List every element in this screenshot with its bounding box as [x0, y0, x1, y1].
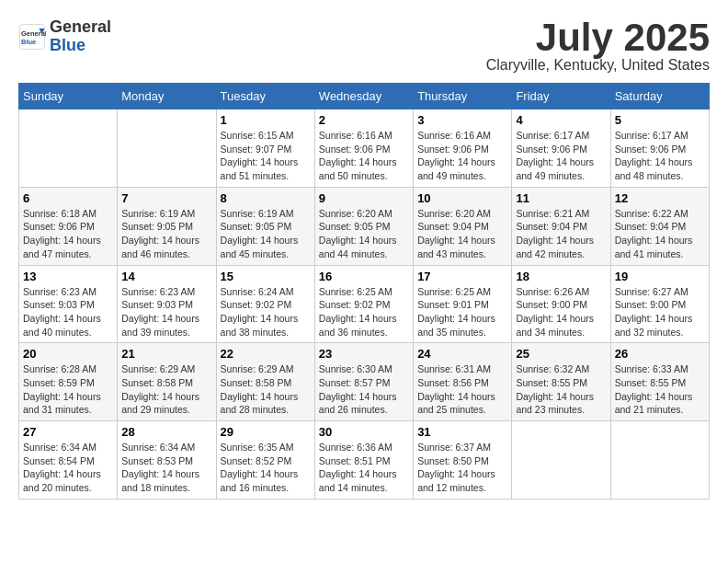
calendar-cell: 17Sunrise: 6:25 AMSunset: 9:01 PMDayligh… [414, 265, 512, 343]
day-number: 28 [121, 425, 211, 439]
cell-content: Sunrise: 6:31 AMSunset: 8:56 PMDaylight:… [417, 362, 507, 417]
cell-content: Sunrise: 6:34 AMSunset: 8:54 PMDaylight:… [23, 441, 113, 495]
calendar-cell: 28Sunrise: 6:34 AMSunset: 8:53 PMDayligh… [118, 421, 216, 500]
cell-content: Sunrise: 6:16 AMSunset: 9:06 PMDaylight:… [319, 129, 409, 183]
cell-content: Sunrise: 6:26 AMSunset: 9:00 PMDaylight:… [516, 285, 606, 339]
cell-content: Sunrise: 6:28 AMSunset: 8:59 PMDaylight:… [23, 362, 113, 417]
location: Claryville, Kentucky, United States [486, 57, 710, 74]
cell-content: Sunrise: 6:25 AMSunset: 9:01 PMDaylight:… [417, 285, 507, 339]
cell-content: Sunrise: 6:25 AMSunset: 9:02 PMDaylight:… [319, 285, 409, 339]
cell-content: Sunrise: 6:20 AMSunset: 9:04 PMDaylight:… [417, 207, 507, 261]
day-number: 16 [319, 270, 409, 283]
cell-content: Sunrise: 6:17 AMSunset: 9:06 PMDaylight:… [615, 129, 705, 183]
calendar-cell: 10Sunrise: 6:20 AMSunset: 9:04 PMDayligh… [414, 187, 512, 265]
logo: General Blue General Blue [18, 18, 111, 55]
day-number: 12 [615, 191, 705, 205]
cell-content: Sunrise: 6:18 AMSunset: 9:06 PMDaylight:… [23, 207, 113, 261]
calendar-day-header: Tuesday [216, 84, 314, 109]
day-number: 27 [23, 425, 113, 439]
cell-content: Sunrise: 6:19 AMSunset: 9:05 PMDaylight:… [121, 207, 211, 261]
day-number: 5 [615, 113, 705, 127]
calendar-cell: 20Sunrise: 6:28 AMSunset: 8:59 PMDayligh… [19, 343, 118, 421]
cell-content: Sunrise: 6:23 AMSunset: 9:03 PMDaylight:… [121, 285, 211, 339]
calendar-week-row: 6Sunrise: 6:18 AMSunset: 9:06 PMDaylight… [19, 187, 710, 265]
page-header: General Blue General Blue July 2025 Clar… [18, 18, 710, 74]
calendar-header-row: SundayMondayTuesdayWednesdayThursdayFrid… [19, 84, 710, 109]
cell-content: Sunrise: 6:24 AMSunset: 9:02 PMDaylight:… [221, 285, 311, 339]
logo-icon: General Blue [18, 23, 46, 51]
logo-blue-text: Blue [50, 37, 111, 55]
calendar-cell: 4Sunrise: 6:17 AMSunset: 9:06 PMDaylight… [512, 109, 610, 188]
cell-content: Sunrise: 6:35 AMSunset: 8:52 PMDaylight:… [221, 441, 311, 495]
cell-content: Sunrise: 6:37 AMSunset: 8:50 PMDaylight:… [417, 441, 507, 495]
calendar-day-header: Saturday [610, 84, 709, 109]
day-number: 9 [319, 191, 409, 205]
calendar-cell: 6Sunrise: 6:18 AMSunset: 9:06 PMDaylight… [19, 187, 118, 265]
day-number: 15 [221, 270, 311, 283]
day-number: 22 [221, 347, 311, 361]
calendar-cell: 14Sunrise: 6:23 AMSunset: 9:03 PMDayligh… [118, 265, 216, 343]
cell-content: Sunrise: 6:15 AMSunset: 9:07 PMDaylight:… [221, 129, 311, 183]
cell-content: Sunrise: 6:36 AMSunset: 8:51 PMDaylight:… [319, 441, 409, 495]
cell-content: Sunrise: 6:21 AMSunset: 9:04 PMDaylight:… [516, 207, 606, 261]
calendar-cell: 5Sunrise: 6:17 AMSunset: 9:06 PMDaylight… [610, 109, 709, 188]
calendar-cell: 22Sunrise: 6:29 AMSunset: 8:58 PMDayligh… [216, 343, 314, 421]
svg-text:Blue: Blue [21, 37, 36, 45]
cell-content: Sunrise: 6:32 AMSunset: 8:55 PMDaylight:… [516, 362, 606, 417]
cell-content: Sunrise: 6:20 AMSunset: 9:05 PMDaylight:… [319, 207, 409, 261]
calendar-cell: 24Sunrise: 6:31 AMSunset: 8:56 PMDayligh… [414, 343, 512, 421]
calendar-cell: 23Sunrise: 6:30 AMSunset: 8:57 PMDayligh… [314, 343, 413, 421]
cell-content: Sunrise: 6:29 AMSunset: 8:58 PMDaylight:… [121, 362, 211, 417]
calendar-cell [19, 109, 118, 188]
calendar-cell: 19Sunrise: 6:27 AMSunset: 9:00 PMDayligh… [610, 265, 709, 343]
calendar-cell: 13Sunrise: 6:23 AMSunset: 9:03 PMDayligh… [19, 265, 118, 343]
calendar-cell: 15Sunrise: 6:24 AMSunset: 9:02 PMDayligh… [216, 265, 314, 343]
day-number: 14 [121, 270, 211, 283]
day-number: 29 [221, 425, 311, 439]
calendar-cell [610, 421, 709, 500]
day-number: 17 [417, 270, 507, 283]
calendar-cell: 29Sunrise: 6:35 AMSunset: 8:52 PMDayligh… [216, 421, 314, 500]
day-number: 4 [516, 113, 606, 127]
day-number: 8 [221, 191, 311, 205]
calendar-day-header: Wednesday [314, 84, 413, 109]
day-number: 25 [516, 347, 606, 361]
calendar-week-row: 27Sunrise: 6:34 AMSunset: 8:54 PMDayligh… [19, 421, 710, 500]
calendar-cell: 2Sunrise: 6:16 AMSunset: 9:06 PMDaylight… [314, 109, 413, 188]
title-block: July 2025 Claryville, Kentucky, United S… [486, 18, 710, 74]
calendar-cell: 31Sunrise: 6:37 AMSunset: 8:50 PMDayligh… [414, 421, 512, 500]
logo-text: General Blue [50, 18, 111, 55]
calendar-day-header: Monday [118, 84, 216, 109]
day-number: 6 [23, 191, 113, 205]
cell-content: Sunrise: 6:33 AMSunset: 8:55 PMDaylight:… [615, 362, 705, 417]
cell-content: Sunrise: 6:22 AMSunset: 9:04 PMDaylight:… [615, 207, 705, 261]
calendar-day-header: Sunday [19, 84, 118, 109]
day-number: 11 [516, 191, 606, 205]
calendar-table: SundayMondayTuesdayWednesdayThursdayFrid… [18, 83, 710, 500]
calendar-cell [118, 109, 216, 188]
calendar-cell: 25Sunrise: 6:32 AMSunset: 8:55 PMDayligh… [512, 343, 610, 421]
day-number: 30 [319, 425, 409, 439]
day-number: 3 [417, 113, 507, 127]
day-number: 7 [121, 191, 211, 205]
calendar-cell: 1Sunrise: 6:15 AMSunset: 9:07 PMDaylight… [216, 109, 314, 188]
day-number: 10 [417, 191, 507, 205]
calendar-cell: 8Sunrise: 6:19 AMSunset: 9:05 PMDaylight… [216, 187, 314, 265]
day-number: 20 [23, 347, 113, 361]
calendar-week-row: 1Sunrise: 6:15 AMSunset: 9:07 PMDaylight… [19, 109, 710, 188]
calendar-cell: 16Sunrise: 6:25 AMSunset: 9:02 PMDayligh… [314, 265, 413, 343]
cell-content: Sunrise: 6:23 AMSunset: 9:03 PMDaylight:… [23, 285, 113, 339]
day-number: 31 [417, 425, 507, 439]
day-number: 24 [417, 347, 507, 361]
cell-content: Sunrise: 6:34 AMSunset: 8:53 PMDaylight:… [121, 441, 211, 495]
calendar-cell: 26Sunrise: 6:33 AMSunset: 8:55 PMDayligh… [610, 343, 709, 421]
calendar-cell [512, 421, 610, 500]
calendar-cell: 12Sunrise: 6:22 AMSunset: 9:04 PMDayligh… [610, 187, 709, 265]
calendar-cell: 30Sunrise: 6:36 AMSunset: 8:51 PMDayligh… [314, 421, 413, 500]
cell-content: Sunrise: 6:16 AMSunset: 9:06 PMDaylight:… [417, 129, 507, 183]
day-number: 21 [121, 347, 211, 361]
calendar-cell: 9Sunrise: 6:20 AMSunset: 9:05 PMDaylight… [314, 187, 413, 265]
calendar-day-header: Friday [512, 84, 610, 109]
day-number: 13 [23, 270, 113, 283]
cell-content: Sunrise: 6:30 AMSunset: 8:57 PMDaylight:… [319, 362, 409, 417]
